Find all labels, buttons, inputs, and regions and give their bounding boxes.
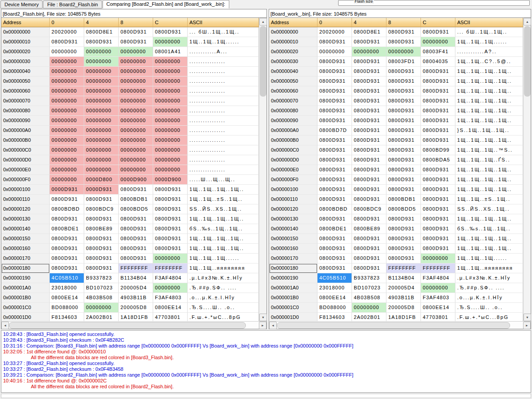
- hex-cell[interactable]: 00000000: [50, 47, 84, 57]
- hex-cell[interactable]: 00000000: [84, 57, 119, 67]
- hex-cell[interactable]: 0800BE89: [84, 224, 119, 234]
- ascii-cell[interactable]: ................: [188, 106, 259, 116]
- column-header-c[interactable]: C: [421, 18, 455, 27]
- address-cell[interactable]: 0x00000080: [269, 106, 317, 116]
- hex-cell[interactable]: 0800D931: [352, 185, 386, 195]
- hex-cell[interactable]: 47703801: [153, 313, 188, 321]
- hex-cell[interactable]: 00000000: [119, 57, 153, 67]
- hex-cell[interactable]: 0800D931: [386, 76, 421, 86]
- ascii-cell[interactable]: .µ.L#x3№.K.±.HЇу: [188, 273, 259, 283]
- address-cell[interactable]: 0x00000110: [269, 195, 317, 204]
- hex-cell[interactable]: 00000000: [50, 67, 84, 76]
- hex-cell[interactable]: 00000000: [84, 76, 119, 86]
- hex-cell[interactable]: 0800BDD5: [386, 204, 421, 214]
- hex-cell[interactable]: 0800D931: [352, 96, 386, 106]
- tab-device-memory[interactable]: Device Memory: [0, 0, 43, 8]
- hex-cell[interactable]: 0800D931: [352, 145, 386, 155]
- hex-cell[interactable]: 0800D931: [421, 27, 455, 37]
- hex-cell[interactable]: 00000000: [421, 254, 455, 263]
- hex-cell[interactable]: 0800D8E1: [352, 27, 386, 37]
- ascii-cell[interactable]: .Ђ.##p.ЅФ.. ....: [455, 283, 523, 293]
- hex-cell[interactable]: 00000000: [84, 136, 119, 145]
- hex-cell[interactable]: 0800D931: [386, 106, 421, 116]
- hex-cell[interactable]: 0800D931: [352, 165, 386, 175]
- hex-cell[interactable]: 00000000: [421, 283, 455, 293]
- hex-cell[interactable]: 200005D4: [386, 283, 421, 293]
- address-cell[interactable]: 0x000000D0: [1, 155, 50, 165]
- hex-cell[interactable]: 0800D931: [119, 224, 153, 234]
- hex-cell[interactable]: 08003F41: [421, 47, 455, 57]
- hex-cell[interactable]: 00000000: [421, 37, 455, 47]
- hex-cell[interactable]: 0800D931: [421, 106, 455, 116]
- hex-cell[interactable]: 00000000: [84, 303, 119, 313]
- hex-cell[interactable]: 08001A41: [153, 47, 188, 57]
- log-area[interactable]: 10:28:43 : [Board3_Flash.bin] opened suc…: [1, 330, 531, 393]
- ascii-cell[interactable]: 1Щ..1Щ..1Щ..1Щ..: [455, 234, 523, 244]
- hex-cell[interactable]: 4903B11B: [386, 293, 421, 303]
- vertical-scrollbar[interactable]: ▲ ▼: [523, 18, 531, 321]
- column-header-c[interactable]: C: [153, 18, 188, 27]
- hex-cell[interactable]: 0800D931: [421, 86, 455, 96]
- hex-cell[interactable]: 00000000: [84, 165, 119, 175]
- ascii-cell[interactable]: .о...µ.K.±.I.HЇу: [455, 293, 523, 303]
- hex-cell[interactable]: FFFFFFFF: [119, 263, 153, 273]
- ascii-cell[interactable]: ............A...: [188, 47, 259, 57]
- address-cell[interactable]: 0x00000140: [1, 224, 50, 234]
- hex-cell[interactable]: 1A18D1FB: [386, 313, 421, 321]
- ascii-cell[interactable]: 1Щ..1Щ..С?..5@..: [455, 57, 523, 67]
- ascii-cell[interactable]: 1Щ..1Щ..яяяяяяяя: [188, 263, 259, 273]
- hex-cell[interactable]: 0800D931: [50, 234, 84, 244]
- ascii-cell[interactable]: .Ђ.Ѕ....Ш.. .о..: [188, 303, 259, 313]
- hex-cell[interactable]: 08004035: [421, 57, 455, 67]
- hex-cell[interactable]: 1A18D1FB: [119, 313, 153, 321]
- hex-cell[interactable]: 00000000: [153, 145, 188, 155]
- hex-cell[interactable]: 00000000: [84, 67, 119, 76]
- address-cell[interactable]: 0x00000150: [269, 234, 317, 244]
- hex-cell[interactable]: 0800D931: [386, 214, 421, 224]
- hex-cell[interactable]: 0800D931: [352, 116, 386, 126]
- address-cell[interactable]: 0x00000010: [269, 37, 317, 47]
- hex-cell[interactable]: 00000000: [153, 254, 188, 263]
- hex-cell[interactable]: 0800D931: [119, 185, 153, 195]
- hex-cell[interactable]: 0800D931: [386, 165, 421, 175]
- ascii-cell[interactable]: ................: [188, 76, 259, 86]
- hex-cell[interactable]: 20020000: [317, 27, 352, 37]
- hex-cell[interactable]: 0800D931: [119, 254, 153, 263]
- vertical-scroll-thumb[interactable]: [260, 26, 266, 97]
- tab-file-board2-flash[interactable]: File : Board2_Flash.bin: [43, 0, 102, 8]
- hex-cell[interactable]: 00000000: [153, 57, 188, 67]
- hex-cell[interactable]: 0800D931: [153, 204, 188, 214]
- ascii-cell[interactable]: 1Щ..1Щ..1Щ..1Щ..: [455, 116, 523, 126]
- hex-cell[interactable]: 0800D931: [352, 155, 386, 165]
- hex-cell[interactable]: 0800D931: [386, 224, 421, 234]
- ascii-cell[interactable]: .F.ш.+.*ыС...8pG: [188, 313, 259, 321]
- hex-cell[interactable]: 0800D931: [50, 37, 84, 47]
- hex-cell[interactable]: 0800D931: [386, 136, 421, 145]
- hex-cell[interactable]: 0800BE89: [352, 224, 386, 234]
- horizontal-scrollbar[interactable]: ◄ ►: [1, 321, 266, 329]
- hex-cell[interactable]: 0800D931: [386, 234, 421, 244]
- ascii-cell[interactable]: 1Щ..1Щ..1Щ..1Щ..: [455, 175, 523, 185]
- hex-cell[interactable]: 0800D931: [119, 27, 153, 37]
- scroll-right-icon[interactable]: ►: [523, 322, 531, 329]
- hex-cell[interactable]: 00000000: [84, 47, 119, 57]
- hex-cell[interactable]: 0800D931: [317, 145, 352, 155]
- ascii-cell[interactable]: ................: [188, 136, 259, 145]
- address-cell[interactable]: 0x000001C0: [269, 303, 317, 313]
- hex-cell[interactable]: FFFFFFFF: [153, 263, 188, 273]
- hex-cell[interactable]: 0800D931: [421, 116, 455, 126]
- hex-cell[interactable]: 0800D931: [317, 214, 352, 224]
- hex-cell[interactable]: 0800D931: [84, 37, 119, 47]
- column-header-address[interactable]: Address: [1, 18, 50, 27]
- address-cell[interactable]: 0x000000F0: [1, 175, 50, 185]
- ascii-cell[interactable]: 1Щ..1Щ..1Щ......: [188, 254, 259, 263]
- hex-cell[interactable]: 2A002B01: [352, 313, 386, 321]
- address-cell[interactable]: 0x00000050: [269, 76, 317, 86]
- hex-cell[interactable]: 0800D931: [153, 214, 188, 224]
- hex-cell[interactable]: 0800D931: [386, 244, 421, 254]
- scroll-down-icon[interactable]: ▼: [523, 314, 531, 321]
- hex-cell[interactable]: FFFFFFFF: [386, 263, 421, 273]
- address-cell[interactable]: 0x00000020: [1, 47, 50, 57]
- hex-cell[interactable]: 0800BD7D: [317, 126, 352, 136]
- hex-cell[interactable]: 00000000: [153, 155, 188, 165]
